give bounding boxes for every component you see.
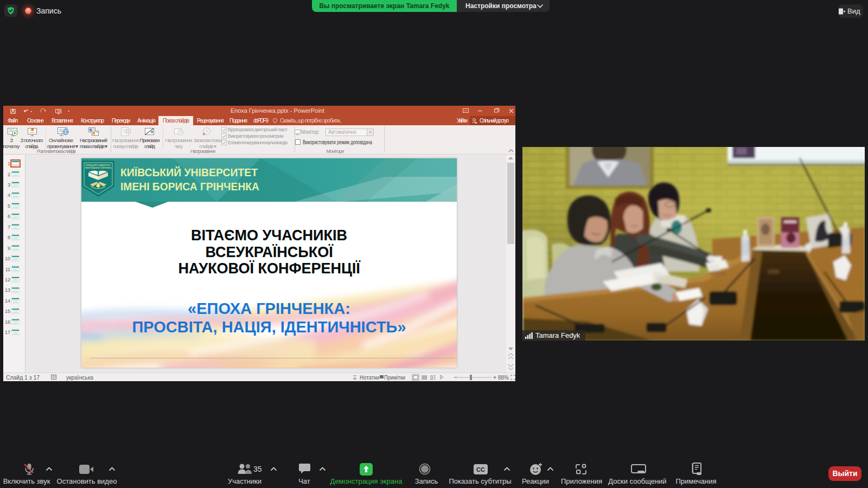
svg-text:Розпочати показ слайдів: Розпочати показ слайдів bbox=[37, 149, 76, 154]
svg-text:З: З bbox=[10, 137, 13, 143]
svg-text:Конструктор: Конструктор bbox=[81, 118, 104, 124]
svg-text:Відтворювати дикторський текст: Відтворювати дикторський текст bbox=[228, 127, 288, 132]
svg-text:2: 2 bbox=[8, 172, 10, 177]
svg-text:Основне: Основне bbox=[27, 118, 44, 124]
svg-text:4: 4 bbox=[8, 192, 10, 198]
svg-text:Використовувати хронометраж: Використовувати хронометраж bbox=[228, 133, 284, 139]
svg-text:14: 14 bbox=[5, 298, 10, 304]
svg-text:16: 16 bbox=[5, 319, 10, 325]
svg-text:88%: 88% bbox=[498, 375, 509, 381]
svg-text:слайд: слайд bbox=[144, 143, 155, 149]
svg-text:Настроювання: Настроювання bbox=[112, 137, 139, 143]
svg-text:1: 1 bbox=[8, 161, 10, 166]
svg-text:17: 17 bbox=[5, 330, 10, 335]
svg-text:7: 7 bbox=[8, 224, 10, 230]
svg-text:CC: CC bbox=[476, 466, 485, 473]
svg-text:9: 9 bbox=[8, 246, 10, 251]
svg-text:Приховати: Приховати bbox=[140, 137, 160, 143]
svg-text:Настроювання: Настроювання bbox=[165, 137, 192, 143]
svg-text:11: 11 bbox=[5, 267, 10, 272]
svg-text:З поточного: З поточного bbox=[21, 137, 43, 143]
svg-text:ІМЕНІ БОРИСА ГРІНЧЕНКА: ІМЕНІ БОРИСА ГРІНЧЕНКА bbox=[120, 181, 259, 192]
svg-text:показ слайдів ▾: показ слайдів ▾ bbox=[80, 143, 107, 149]
svg-text:Скажіть, що потрібно зробити..: Скажіть, що потрібно зробити.. bbox=[280, 118, 342, 124]
svg-text:Анімація: Анімація bbox=[137, 118, 156, 124]
svg-text:Настроювання: Настроювання bbox=[190, 149, 215, 154]
svg-text:Елементи керування мультимедіа: Елементи керування мультимедіа bbox=[228, 140, 288, 145]
svg-text:Спільний доступ: Спільний доступ bbox=[480, 118, 509, 124]
svg-text:8: 8 bbox=[8, 235, 10, 240]
svg-text:Використовувати режим доповіда: Використовувати режим доповідача bbox=[303, 139, 372, 145]
svg-text:Подання: Подання bbox=[229, 118, 247, 124]
svg-text:Рецензування: Рецензування bbox=[197, 118, 224, 124]
svg-text:12: 12 bbox=[5, 277, 10, 282]
svg-text:6: 6 bbox=[8, 214, 10, 219]
svg-text:Увійти: Увійти bbox=[457, 118, 468, 124]
svg-text:Файл: Файл bbox=[8, 118, 18, 124]
svg-text:Переходи: Переходи bbox=[112, 118, 130, 124]
svg-text:Записати показ: Записати показ bbox=[194, 137, 222, 143]
svg-text:імені Бориса Грінченка: імені Бориса Грінченка bbox=[85, 166, 111, 169]
svg-text:Показ слайдів: Показ слайдів bbox=[163, 118, 189, 124]
svg-text:15: 15 bbox=[5, 309, 10, 314]
svg-text:початку: початку bbox=[3, 143, 20, 149]
svg-text:Автоматично: Автоматично bbox=[328, 129, 356, 135]
svg-text:5: 5 bbox=[8, 203, 10, 209]
svg-text:10: 10 bbox=[5, 256, 10, 261]
svg-text:українська: українська bbox=[66, 375, 93, 381]
svg-text:Монітор:: Монітор: bbox=[301, 129, 320, 135]
svg-text:3: 3 bbox=[8, 182, 10, 188]
svg-text:Монітори: Монітори bbox=[327, 149, 344, 154]
svg-text:Нотатки: Нотатки bbox=[360, 375, 379, 381]
svg-text:Онлайнове: Онлайнове bbox=[49, 137, 73, 143]
svg-text:КИЇВСЬКИЙ УНІВЕРСИТЕТ: КИЇВСЬКИЙ УНІВЕРСИТЕТ bbox=[120, 166, 258, 178]
svg-text:часу: часу bbox=[174, 143, 183, 149]
svg-text:показу слайдів: показу слайдів bbox=[113, 143, 138, 149]
svg-text:doPDF 9: doPDF 9 bbox=[253, 118, 269, 124]
svg-text:Настроюваний: Настроюваний bbox=[80, 137, 107, 143]
svg-text:Слайд 1 з 17: Слайд 1 з 17 bbox=[6, 375, 40, 381]
svg-text:Епоха Грінченка.pptx - PowerPo: Епоха Грінченка.pptx - PowerPoint bbox=[231, 107, 324, 114]
svg-text:Вставлення: Вставлення bbox=[52, 118, 73, 124]
svg-text:13: 13 bbox=[5, 287, 10, 293]
svg-text:Примітки: Примітки bbox=[384, 375, 405, 381]
